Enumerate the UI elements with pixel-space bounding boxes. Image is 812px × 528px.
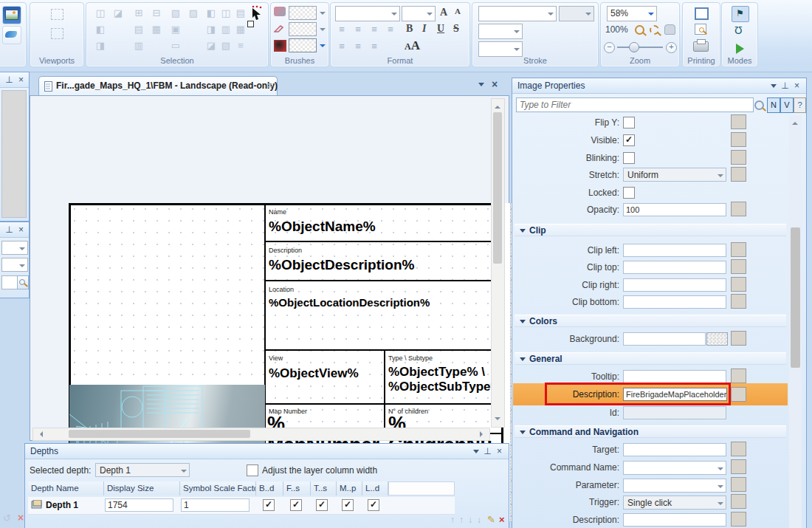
italic-button[interactable]: I: [422, 23, 426, 35]
shadow-swatch[interactable]: [289, 38, 317, 52]
edit-brush-icon[interactable]: [2, 26, 21, 44]
col-m[interactable]: M..p: [337, 481, 362, 496]
blinking-checkbox[interactable]: [623, 152, 635, 164]
design-mode-button[interactable]: ⚑: [732, 6, 749, 22]
selection-tool-icon[interactable]: ⊟: [148, 6, 165, 21]
zoom-out-button[interactable]: −: [604, 42, 615, 53]
pin-icon[interactable]: ⊥: [4, 225, 14, 235]
add-depth-icon[interactable]: ✎: [487, 514, 495, 525]
background-input[interactable]: [623, 332, 706, 346]
visible-binding-button[interactable]: [731, 132, 746, 147]
left-search-input[interactable]: [1, 275, 18, 289]
clip-left-binding-button[interactable]: [731, 242, 746, 257]
stretch-binding-button[interactable]: [731, 167, 746, 182]
z-order-icon[interactable]: ≡: [233, 38, 249, 53]
align-text-left-icon[interactable]: ≡: [334, 22, 350, 37]
left-filter-combo[interactable]: [1, 241, 28, 255]
grow-font-icon[interactable]: A: [440, 7, 447, 18]
scale-factor-input[interactable]: 1: [181, 498, 250, 512]
clip-section-header[interactable]: Clip: [515, 224, 786, 236]
menu-chevron-icon[interactable]: [771, 84, 777, 91]
canvas-vscroll-thumb[interactable]: [493, 112, 502, 264]
clip-top-input[interactable]: [623, 261, 726, 274]
bold-button[interactable]: B: [406, 23, 413, 35]
locked-checkbox[interactable]: [623, 187, 635, 199]
cmdnav-section-header[interactable]: Command and Navigation: [515, 425, 786, 438]
general-section-header[interactable]: General: [515, 352, 786, 365]
underline-button[interactable]: U: [437, 23, 444, 35]
align-bottom-icon[interactable]: ▧: [218, 38, 234, 53]
props-scrollbar[interactable]: [789, 115, 802, 528]
run-mode-icon[interactable]: [736, 44, 744, 54]
col-f[interactable]: F..s: [283, 481, 311, 496]
align-text-center-icon[interactable]: ≡: [350, 22, 366, 37]
target-binding-button[interactable]: [731, 442, 746, 456]
col-t[interactable]: T..s: [311, 481, 337, 496]
col-symbol-scale[interactable]: Symbol Scale Factor: [180, 481, 256, 496]
shadow-brush-icon[interactable]: [274, 40, 286, 52]
canvas-hscrollbar[interactable]: [32, 428, 490, 441]
image-properties-header[interactable]: Image Properties ⊥ ×: [512, 78, 806, 94]
menu-chevron-icon[interactable]: [473, 450, 479, 456]
selected-depth-combo[interactable]: Depth 1: [95, 463, 190, 477]
display-size-input[interactable]: 1754: [105, 498, 173, 512]
filter-name-toggle[interactable]: N: [767, 97, 780, 113]
canvas-vscrollbar[interactable]: [491, 98, 505, 428]
zoom-region-icon[interactable]: [650, 25, 659, 35]
colors-section-header[interactable]: Colors: [515, 315, 786, 327]
zoom-slider-thumb[interactable]: [629, 42, 639, 52]
remove-icon[interactable]: ×: [18, 512, 24, 524]
clip-top-binding-button[interactable]: [731, 259, 746, 274]
pointer-tool-icon[interactable]: [250, 5, 264, 21]
close-icon[interactable]: ×: [792, 81, 802, 91]
selection-tool-icon[interactable]: ▥: [131, 38, 147, 53]
align-right-icon[interactable]: ◪: [203, 38, 219, 53]
tab-close-icon[interactable]: ×: [267, 80, 272, 91]
viewport-select-icon[interactable]: [51, 28, 63, 39]
move-down-icon[interactable]: ↓: [468, 515, 472, 525]
clip-left-input[interactable]: [623, 244, 726, 257]
zoom-reset-button[interactable]: 100%: [605, 24, 628, 35]
tooltip-binding-button[interactable]: [731, 368, 746, 383]
diagnostics-icon[interactable]: Ω: [734, 24, 742, 36]
stroke-dash-combo[interactable]: [478, 41, 523, 57]
pin-icon[interactable]: ⊥: [483, 447, 492, 456]
description-binding-button[interactable]: [731, 387, 746, 402]
selection-tool-icon[interactable]: ▤: [131, 22, 147, 37]
print-preview-icon[interactable]: [695, 24, 706, 35]
opacity-input[interactable]: 100: [623, 203, 726, 216]
close-icon[interactable]: ×: [16, 75, 26, 85]
depth-check-t[interactable]: ✓: [316, 499, 328, 511]
selection-tool-icon[interactable]: ▨: [185, 6, 202, 21]
print-icon[interactable]: [693, 41, 709, 52]
pin-icon[interactable]: ⊥: [780, 81, 790, 91]
flip-y-binding-button[interactable]: [731, 114, 746, 129]
page-setup-icon[interactable]: [695, 7, 709, 20]
search-button[interactable]: [17, 275, 29, 289]
pen-brush-icon[interactable]: [274, 24, 286, 33]
justify-text-icon[interactable]: ≡: [382, 22, 399, 37]
background-binding-button[interactable]: [731, 331, 746, 346]
pan-hand-icon[interactable]: [664, 24, 675, 35]
fill-brush-icon[interactable]: [274, 7, 286, 16]
align-center-icon[interactable]: ◨: [203, 22, 219, 37]
col-l[interactable]: L..d: [362, 481, 388, 496]
flip-y-checkbox[interactable]: [623, 117, 635, 128]
chevron-down-icon[interactable]: [320, 28, 326, 34]
stroke-width-combo[interactable]: [478, 24, 523, 39]
tooltip-input[interactable]: [623, 370, 726, 383]
align-text-right-icon[interactable]: ≡: [366, 22, 382, 37]
align-middle-icon[interactable]: ▥: [218, 22, 234, 37]
help-button[interactable]: ?: [794, 97, 806, 113]
depth-check-l[interactable]: ✓: [368, 499, 379, 511]
filter-input[interactable]: [516, 97, 754, 112]
canvas-hscroll-thumb[interactable]: [69, 430, 250, 438]
stroke-cap-combo[interactable]: [559, 6, 594, 21]
delete-depth-icon[interactable]: ×: [499, 514, 505, 525]
props-scroll-thumb[interactable]: [791, 227, 800, 368]
selection-tool-icon[interactable]: ◧: [92, 22, 109, 37]
new-viewport-icon[interactable]: [51, 9, 63, 20]
clip-bottom-input[interactable]: [623, 295, 726, 309]
description-input[interactable]: FireBrigadeMapPlaceholder: [623, 388, 727, 401]
font-color-icon[interactable]: AA: [405, 38, 420, 53]
